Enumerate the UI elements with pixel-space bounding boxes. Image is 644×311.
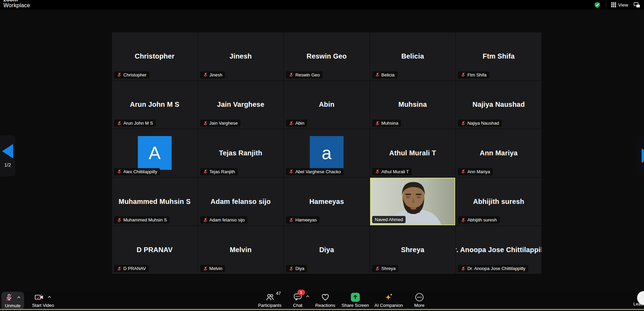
participants-count: 47 — [276, 291, 281, 296]
start-video-button[interactable]: Start Video — [32, 292, 54, 308]
next-page-arrow-icon[interactable] — [642, 148, 644, 163]
chat-button[interactable]: 1 Chat — [293, 292, 302, 308]
participant-tile[interactable]: Jain Varghese Jain Varghese — [198, 81, 284, 129]
participant-name: Shreya — [401, 246, 425, 254]
participant-tile[interactable]: Adam felanso sijo Adam felanso sijo — [198, 178, 284, 226]
heart-reactions-icon — [321, 293, 329, 301]
muted-mic-icon — [117, 218, 122, 222]
previous-page-control[interactable]: 1/2 — [0, 135, 15, 176]
view-label: View — [618, 2, 628, 8]
muted-mic-icon — [203, 121, 208, 126]
participant-tile[interactable]: Ftm Shifa Ftm Shifa — [456, 32, 541, 80]
chat-options-chevron-icon[interactable] — [306, 295, 309, 298]
share-screen-button[interactable]: Share Screen — [341, 292, 369, 308]
participant-label-text: Reswin Geo — [295, 72, 320, 77]
participant-tile[interactable]: D PRANAV D PRANAV — [112, 226, 197, 274]
page-indicator: 1/2 — [4, 162, 11, 168]
unmute-button[interactable]: Unmute — [1, 292, 24, 310]
participant-name: Ftm Shifa — [483, 52, 515, 60]
participant-label: Dr. Anoopa Jose Chittilappilly — [458, 265, 528, 272]
participant-label: Ann Mariya — [458, 168, 493, 175]
participant-label: D PRANAV — [114, 265, 149, 272]
next-page-control[interactable] — [636, 135, 644, 176]
unmute-options-chevron-icon[interactable] — [17, 296, 21, 299]
participant-tile[interactable]: Shreya Shreya — [370, 226, 456, 274]
participant-name: Muhsina — [398, 101, 427, 108]
participant-tile[interactable]: Arun John M S Arun John M S — [112, 81, 197, 129]
participant-label-text: Jain Varghese — [209, 121, 238, 126]
participant-tile[interactable]: Tejas Ranjith Tejas Ranjith — [198, 129, 284, 177]
participant-tile[interactable]: Athul Murali T Athul Murali T — [370, 129, 456, 177]
more-ellipsis-icon — [415, 293, 424, 302]
security-shield-icon[interactable] — [594, 2, 601, 8]
muted-mic-icon — [289, 266, 294, 271]
muted-mic-icon — [117, 169, 122, 174]
previous-page-arrow-icon[interactable] — [2, 144, 13, 158]
participant-tile[interactable]: Muhsina Muhsina — [370, 81, 456, 129]
participant-tile[interactable]: Hameeyas Hameeyas — [284, 178, 369, 226]
zoom-meeting-window: zoom Workplace View — [0, 0, 644, 311]
participant-tile[interactable]: Abhijith suresh Abhijith suresh — [456, 178, 541, 226]
participant-tile[interactable]: A Alex Chittilappilly — [112, 129, 197, 177]
participant-tile[interactable]: Diya Diya — [284, 226, 369, 274]
mic-muted-icon — [5, 293, 13, 301]
participant-label-text: Tejas Ranjith — [209, 169, 235, 174]
participant-tile[interactable]: a Abel Varghese Chacko — [284, 129, 369, 177]
muted-mic-icon — [117, 266, 122, 271]
participant-tile[interactable]: Naved Ahmed — [370, 178, 456, 226]
more-button[interactable]: More — [414, 292, 425, 308]
participant-name: Jinesh — [229, 52, 252, 60]
participant-label-text: Muhammed Muhsin S — [123, 217, 167, 222]
participant-tile[interactable]: Najiya Naushad Najiya Naushad — [456, 81, 541, 129]
participant-tile[interactable]: Reswin Geo Reswin Geo — [284, 32, 369, 80]
participant-label: Abin — [286, 120, 307, 127]
participant-name: Najiya Naushad — [472, 101, 525, 108]
brand-workplace: Workplace — [3, 2, 30, 8]
muted-mic-icon — [375, 72, 380, 77]
participant-tile[interactable]: Melvin Melvin — [198, 226, 284, 274]
participant-name: Adam felanso sijo — [211, 198, 271, 206]
participant-name: Muhammed Muhsin S — [119, 198, 191, 206]
participant-name: Jain Varghese — [217, 101, 264, 108]
app-brand: zoom Workplace — [3, 0, 30, 8]
participant-label: Abel Varghese Chacko — [286, 168, 344, 175]
participant-label-text: Alex Chittilappilly — [123, 169, 157, 174]
participant-label: Shreya — [372, 265, 398, 272]
muted-mic-icon — [117, 72, 122, 77]
muted-mic-icon — [461, 218, 466, 222]
participant-label-text: Ftm Shifa — [467, 72, 487, 77]
participants-button[interactable]: 47 Participants — [258, 292, 282, 308]
participant-tile[interactable]: Muhammed Muhsin S Muhammed Muhsin S — [112, 178, 197, 226]
participant-tile[interactable]: Ann Mariya Ann Mariya — [456, 129, 541, 177]
video-options-chevron-icon[interactable] — [48, 296, 51, 298]
muted-mic-icon — [461, 169, 466, 174]
picture-in-picture-icon[interactable] — [633, 2, 641, 8]
muted-mic-icon — [203, 218, 208, 222]
participant-name: Melvin — [230, 246, 252, 254]
muted-mic-icon — [375, 169, 380, 174]
participant-tile[interactable]: Jinesh Jinesh — [198, 32, 284, 80]
participant-tile[interactable]: Abin Abin — [284, 81, 369, 129]
view-button[interactable]: View — [611, 2, 628, 8]
muted-mic-icon — [461, 72, 466, 77]
share-screen-label: Share Screen — [341, 303, 369, 308]
muted-mic-icon — [117, 121, 122, 126]
bottom-accent-line — [0, 309, 644, 310]
participant-label-text: Jinesh — [209, 72, 223, 77]
participant-label-text: Christopher — [123, 72, 146, 77]
participant-label-text: Abin — [295, 121, 304, 126]
reactions-button[interactable]: Reactions — [315, 292, 335, 308]
participant-name: Ann Mariya — [480, 149, 518, 157]
participant-label: Diya — [286, 265, 307, 272]
participant-label: Muhammed Muhsin S — [114, 216, 170, 224]
participant-name: Arun John M S — [130, 101, 180, 108]
participant-tile[interactable]: Belicia Belicia — [370, 32, 456, 80]
participant-name: Athul Murali T — [389, 149, 436, 157]
participant-label: Najiya Naushad — [458, 120, 502, 127]
participant-label-text: Abhijith suresh — [467, 217, 497, 222]
participant-label-text: Muhsina — [381, 121, 398, 126]
muted-mic-icon — [375, 121, 380, 126]
ai-companion-button[interactable]: AI Companion — [375, 292, 403, 308]
participant-tile[interactable]: Christopher Christopher — [112, 32, 197, 80]
participant-tile[interactable]: Dr. Anoopa Jose Chittilappilly Dr. Anoop… — [456, 226, 541, 274]
